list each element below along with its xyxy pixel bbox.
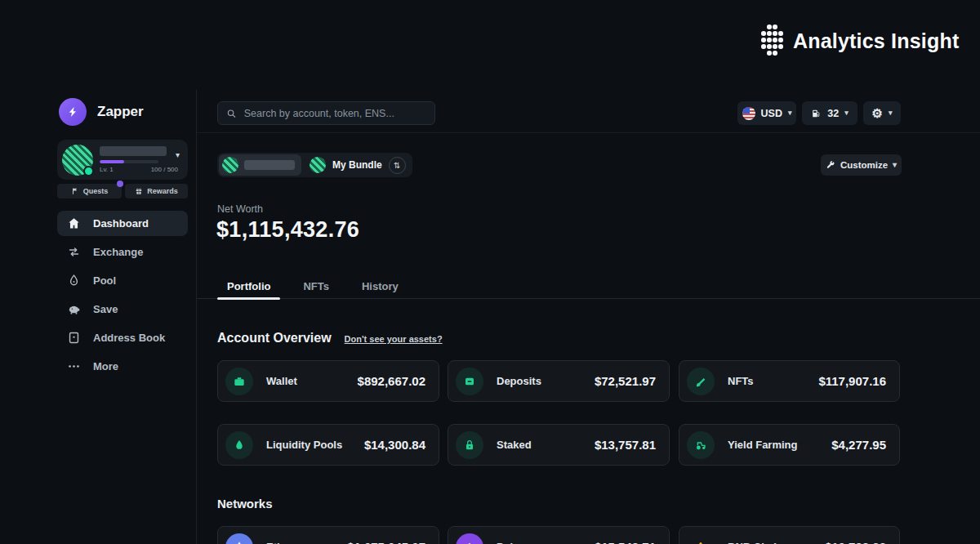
bnb-chain-icon bbox=[692, 538, 710, 544]
tractor-icon bbox=[694, 439, 707, 452]
card-value: $72,521.97 bbox=[595, 374, 656, 388]
quests-label: Quests bbox=[83, 187, 109, 195]
ellipsis-icon bbox=[67, 359, 81, 373]
network-name: Ethereum bbox=[266, 541, 315, 544]
deposit-card-icon bbox=[463, 375, 476, 388]
chevron-down-icon: ▾ bbox=[889, 109, 893, 117]
rewards-button[interactable]: Rewards bbox=[125, 184, 188, 198]
brush-icon bbox=[694, 375, 707, 388]
quests-button[interactable]: Quests bbox=[57, 184, 122, 198]
wrench-icon bbox=[826, 160, 835, 170]
sidebar-item-dashboard[interactable]: Dashboard bbox=[57, 211, 188, 236]
net-worth-value: $1,115,432.76 bbox=[216, 217, 359, 243]
card-value: $4,277.95 bbox=[831, 438, 886, 452]
card-value: $117,907.16 bbox=[818, 374, 886, 388]
account-overview-title: Account Overview bbox=[217, 331, 332, 346]
house-icon bbox=[67, 216, 81, 230]
header-divider bbox=[197, 132, 980, 133]
card-label: Wallet bbox=[266, 375, 297, 387]
zapper-dashboard: Analytics Insight Zapper Lv. 1 100 / 500… bbox=[0, 0, 980, 544]
tab-history[interactable]: History bbox=[352, 273, 408, 299]
nav-label: Exchange bbox=[93, 246, 143, 258]
network-value: $15,548.71 bbox=[595, 540, 656, 544]
gear-icon: ⚙ bbox=[872, 107, 883, 119]
networks-title: Networks bbox=[217, 497, 273, 511]
chevron-down-icon: ▾ bbox=[176, 151, 180, 159]
network-value: $10,738.23 bbox=[825, 540, 886, 544]
tab-portfolio[interactable]: Portfolio bbox=[217, 273, 280, 299]
dont-see-assets-link[interactable]: Don't see your assets? bbox=[345, 334, 443, 344]
zapper-wordmark: Zapper bbox=[97, 104, 144, 120]
redacted-account-address bbox=[244, 160, 295, 170]
swap-arrows-icon bbox=[67, 245, 81, 259]
ethereum-icon bbox=[232, 540, 247, 544]
xp-label: 100 / 500 bbox=[151, 166, 178, 173]
tab-nfts[interactable]: NFTs bbox=[293, 273, 339, 299]
level-label: Lv. 1 bbox=[100, 166, 114, 173]
xp-progress-bar bbox=[100, 160, 158, 163]
liquidity-pools-card: Liquidity Pools $14,300.84 bbox=[217, 424, 439, 466]
card-label: NFTs bbox=[728, 375, 754, 387]
network-card-ethereum: Ethereum $1,075,045.07 bbox=[217, 526, 439, 544]
card-label: Staked bbox=[497, 439, 532, 451]
nav-label: Pool bbox=[93, 274, 116, 287]
customize-button[interactable]: Customize ▾ bbox=[821, 154, 902, 176]
network-value: $1,075,045.07 bbox=[347, 540, 425, 544]
nav-label: Save bbox=[93, 303, 118, 315]
yield-farming-card: Yield Farming $4,277.95 bbox=[679, 424, 900, 466]
droplet-icon bbox=[67, 274, 81, 288]
usd-flag-icon bbox=[742, 107, 755, 120]
staked-card: Staked $13,757.81 bbox=[448, 424, 670, 466]
sidebar-item-exchange[interactable]: Exchange bbox=[57, 239, 188, 265]
quests-notification-dot bbox=[117, 181, 123, 187]
settings-button[interactable]: ⚙ ▾ bbox=[863, 101, 901, 125]
sidebar-item-pool[interactable]: Pool bbox=[57, 268, 188, 293]
card-value: $13,757.81 bbox=[595, 438, 656, 452]
nav-label: Address Book bbox=[93, 332, 165, 344]
swap-accounts-button[interactable]: ⇅ bbox=[389, 157, 406, 174]
chevron-down-icon: ▾ bbox=[893, 161, 897, 169]
currency-selector[interactable]: USD ▾ bbox=[737, 101, 796, 125]
gas-price-value: 32 bbox=[827, 108, 839, 119]
analytics-insight-dots-icon bbox=[761, 25, 784, 57]
bundle-segment[interactable]: My Bundle ⇅ bbox=[301, 157, 411, 174]
nav-label: More bbox=[93, 360, 118, 372]
network-card-bnb: BNB Chain $10,738.23 bbox=[679, 526, 900, 544]
rewards-label: Rewards bbox=[147, 187, 178, 195]
card-label: Yield Farming bbox=[728, 439, 797, 451]
deposits-card: Deposits $72,521.97 bbox=[448, 360, 670, 402]
network-name: Polygon bbox=[497, 541, 538, 544]
search-icon bbox=[226, 108, 237, 119]
card-label: Liquidity Pools bbox=[266, 439, 342, 451]
account-segment[interactable] bbox=[219, 154, 301, 176]
profile-card[interactable]: Lv. 1 100 / 500 ▾ bbox=[57, 140, 188, 180]
portfolio-tabs: Portfolio NFTs History bbox=[217, 273, 408, 299]
card-label: Deposits bbox=[497, 375, 541, 387]
piggy-bank-icon bbox=[67, 302, 81, 316]
nfts-card: NFTs $117,907.16 bbox=[679, 360, 900, 402]
bundle-name: My Bundle bbox=[332, 159, 382, 171]
sidebar-item-address-book[interactable]: Address Book bbox=[57, 325, 188, 350]
gas-pump-icon bbox=[811, 108, 822, 119]
gas-price-button[interactable]: 32 ▾ bbox=[802, 101, 858, 125]
sidebar-nav: Dashboard Exchange Pool Save Address Boo… bbox=[57, 211, 188, 382]
lock-icon bbox=[463, 439, 476, 452]
search-input[interactable] bbox=[244, 108, 426, 119]
account-avatar bbox=[222, 157, 238, 173]
net-worth-label: Net Worth bbox=[217, 203, 263, 215]
profile-avatar bbox=[62, 145, 93, 176]
search-bar[interactable] bbox=[217, 101, 435, 125]
card-value: $14,300.84 bbox=[364, 438, 425, 452]
bundle-avatar bbox=[310, 157, 326, 173]
bundle-selector[interactable]: My Bundle ⇅ bbox=[217, 153, 412, 177]
sidebar-item-more[interactable]: More bbox=[57, 354, 188, 379]
sidebar-item-save[interactable]: Save bbox=[57, 297, 188, 322]
wallet-card: Wallet $892,667.02 bbox=[217, 360, 439, 402]
chevron-down-icon: ▾ bbox=[844, 109, 849, 117]
network-card-polygon: Polygon $15,548.71 bbox=[448, 526, 670, 544]
zapper-brand[interactable]: Zapper bbox=[59, 98, 144, 126]
currency-label: USD bbox=[761, 108, 782, 119]
sidebar-divider bbox=[196, 90, 197, 544]
zapper-logo-icon bbox=[59, 98, 87, 126]
redacted-account-name bbox=[100, 146, 167, 156]
